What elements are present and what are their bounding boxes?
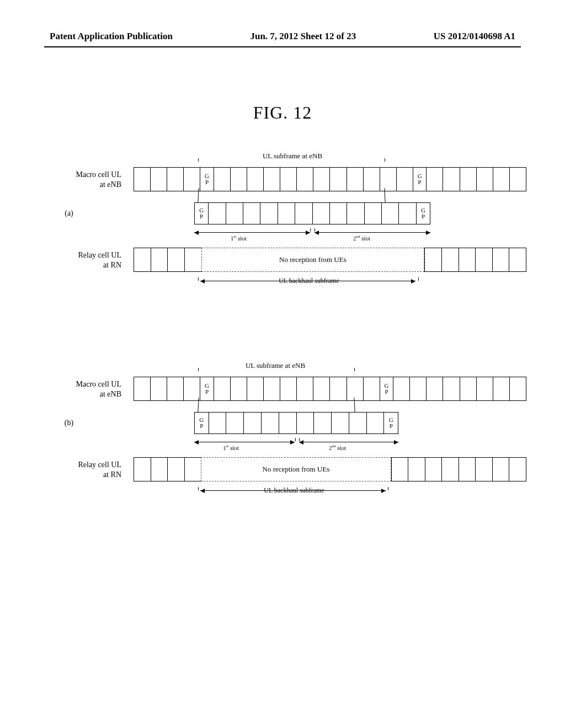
- row-relay-b: Relay cell UL at RN No reception from UE…: [0, 452, 565, 487]
- sym: [475, 248, 492, 272]
- sym: [441, 457, 459, 481]
- sym: [183, 167, 200, 191]
- sym: [296, 167, 313, 191]
- timeline-relay-a: No reception from UEs: [134, 248, 526, 272]
- row-label-macro-b: Macro cell UL at eNB: [17, 379, 121, 399]
- sym: [493, 377, 509, 401]
- sym: [279, 412, 296, 434]
- sym: [260, 202, 277, 224]
- slot2-label-a: 2nd slot: [353, 234, 370, 242]
- slot1-label-b: 1st slot: [223, 444, 239, 451]
- row-expanded-a: (a) GP GP: [0, 200, 565, 227]
- panel-a: UL subframe at eNB Macro cell UL at eNB …: [0, 162, 565, 316]
- slot1-range-b: [194, 442, 295, 442]
- sym: [398, 202, 415, 224]
- sym: [313, 377, 329, 401]
- sym: [184, 248, 201, 272]
- sym: [280, 167, 296, 191]
- sym: [492, 457, 509, 481]
- row-label-subb: (b): [17, 418, 121, 428]
- sym: [492, 248, 509, 272]
- slot2-range-b: [299, 442, 398, 442]
- sym: [183, 377, 200, 401]
- sym: [329, 377, 346, 401]
- gp: GP: [383, 412, 398, 434]
- sym: [296, 377, 313, 401]
- tick: [198, 487, 199, 490]
- sym: [167, 457, 184, 481]
- sym: [243, 412, 261, 434]
- gp-p: P: [200, 423, 203, 429]
- gp: GP: [416, 202, 430, 224]
- slot2-label-b: 2nd slot: [329, 444, 346, 451]
- timeline-relay-b: No reception from UEs: [134, 457, 526, 481]
- sym: [329, 202, 347, 224]
- sym: [443, 377, 459, 401]
- sym: [208, 202, 225, 224]
- sym: [261, 412, 279, 434]
- sym: [134, 377, 150, 401]
- sym: [278, 202, 295, 224]
- sym: [475, 457, 492, 481]
- row-expanded-b: (b) GP GP: [0, 410, 565, 436]
- sym: [459, 248, 476, 272]
- sym: [150, 167, 167, 191]
- sym: [391, 457, 408, 481]
- sym: [167, 167, 183, 191]
- sym: [366, 412, 384, 434]
- sym: [347, 377, 363, 401]
- gp-p: P: [200, 213, 203, 220]
- slot-sup: nd: [332, 444, 336, 448]
- sym: [167, 377, 183, 401]
- tick: [310, 228, 311, 232]
- sym: [460, 377, 476, 401]
- sym: [396, 167, 413, 191]
- header-rule: [44, 46, 521, 47]
- sym: [167, 248, 184, 272]
- slot-word: slot: [360, 235, 371, 242]
- sym: [150, 377, 167, 401]
- no-rx-text: No reception from UEs: [279, 255, 347, 264]
- sym: [230, 167, 247, 191]
- sym: [380, 167, 396, 191]
- sym: [363, 377, 380, 401]
- gp: GP: [194, 202, 208, 224]
- row-label-relay-a: Relay cell UL at RN: [17, 250, 121, 270]
- sym: [349, 412, 366, 434]
- page-header: Patent Application Publication Jun. 7, 2…: [0, 0, 565, 46]
- sym: [426, 377, 443, 401]
- sym: [184, 457, 201, 481]
- figure-title: FIG. 12: [0, 103, 565, 123]
- sym: [476, 167, 493, 191]
- sym: [509, 167, 526, 191]
- sym: [409, 377, 426, 401]
- sym: [424, 248, 441, 272]
- sym: [151, 457, 168, 481]
- row-label-relay-b: Relay cell UL at RN: [17, 460, 121, 479]
- sym: [151, 248, 168, 272]
- sym: [493, 167, 509, 191]
- timeline-expanded-b: GP GP: [194, 412, 398, 434]
- sym: [509, 377, 526, 401]
- tick: [418, 277, 419, 281]
- gp: GP: [413, 167, 426, 191]
- slot1-label-a: 1st slot: [231, 234, 247, 242]
- sym: [134, 457, 151, 481]
- sym: [247, 377, 263, 401]
- backhaul-label-a: UL backhaul subframe: [226, 277, 392, 285]
- tick: [299, 438, 300, 441]
- sym: [296, 412, 314, 434]
- sym: [295, 202, 312, 224]
- sym: [134, 167, 150, 191]
- sym: [331, 412, 349, 434]
- slot-word: slot: [236, 235, 247, 242]
- sym: [408, 457, 425, 481]
- gp-p: P: [205, 389, 209, 395]
- row-label-macro-a: Macro cell UL at eNB: [17, 170, 121, 189]
- sym: [230, 377, 247, 401]
- sym: [347, 202, 364, 224]
- sym: [214, 377, 230, 401]
- gp-p: P: [418, 179, 422, 185]
- sym: [426, 167, 443, 191]
- tick: [388, 487, 388, 490]
